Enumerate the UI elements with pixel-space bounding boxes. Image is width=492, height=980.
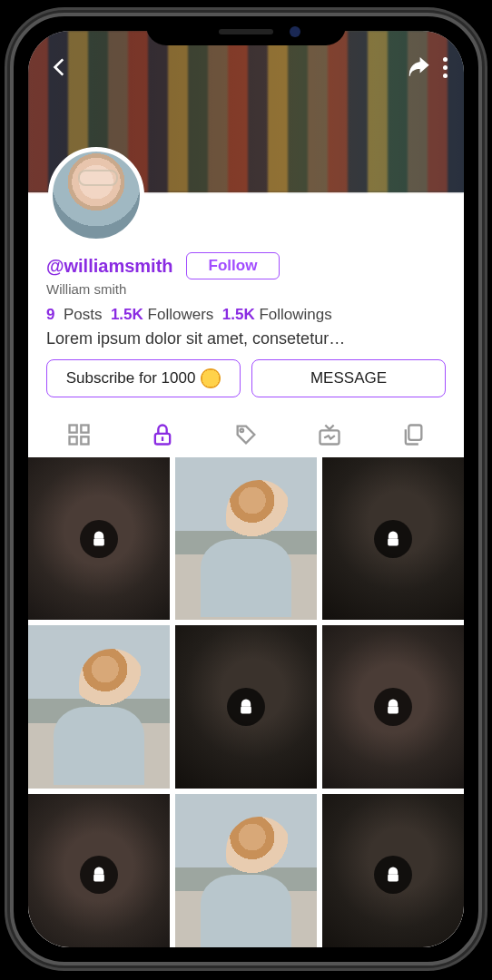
grid-locked-item[interactable] xyxy=(322,625,464,788)
subscribe-label: Subscribe for 1000 xyxy=(66,369,196,387)
followers-count: 1.5K xyxy=(111,306,143,323)
svg-rect-9 xyxy=(93,538,104,545)
phone-frame: @williamsmith Follow William smith 9 Pos… xyxy=(10,13,482,965)
profile-avatar[interactable] xyxy=(48,147,144,243)
copy-icon xyxy=(400,422,426,447)
svg-point-6 xyxy=(241,429,244,433)
svg-rect-13 xyxy=(93,875,104,882)
svg-rect-2 xyxy=(70,436,77,444)
phone-notch xyxy=(146,16,346,45)
more-vertical-icon xyxy=(443,57,448,62)
profile-handle: @williamsmith xyxy=(46,256,173,277)
app-screen: @williamsmith Follow William smith 9 Pos… xyxy=(28,31,464,947)
grid-locked-item[interactable] xyxy=(28,457,170,620)
profile-bio: Lorem ipsum dolor sit amet, consetetur… xyxy=(46,329,446,348)
share-button[interactable] xyxy=(403,52,434,83)
tv-icon xyxy=(317,422,342,447)
content-grid xyxy=(28,457,464,947)
lock-badge-icon xyxy=(227,688,265,726)
svg-rect-10 xyxy=(388,538,399,545)
tab-locked[interactable] xyxy=(149,421,176,448)
lock-badge-icon xyxy=(80,856,118,894)
grid-locked-item[interactable] xyxy=(322,794,464,947)
svg-rect-11 xyxy=(241,706,251,713)
top-bar xyxy=(28,47,464,87)
tab-grid[interactable] xyxy=(65,421,93,448)
svg-rect-12 xyxy=(388,706,399,713)
tab-multi[interactable] xyxy=(399,421,427,448)
grid-icon xyxy=(66,422,92,447)
grid-photo[interactable] xyxy=(175,457,317,620)
posts-label: Posts xyxy=(64,306,103,323)
svg-rect-14 xyxy=(388,875,399,882)
back-button[interactable] xyxy=(44,52,75,83)
grid-photo[interactable] xyxy=(28,625,170,788)
follow-button[interactable]: Follow xyxy=(186,252,280,279)
lock-badge-icon xyxy=(374,856,412,894)
tab-tv[interactable] xyxy=(316,421,343,448)
subscribe-button[interactable]: Subscribe for 1000 xyxy=(46,359,241,397)
grid-photo[interactable] xyxy=(175,794,317,947)
content-tabs xyxy=(28,408,464,457)
svg-rect-3 xyxy=(81,436,88,444)
lock-badge-icon xyxy=(374,520,412,558)
lock-badge-icon xyxy=(374,688,412,726)
grid-locked-item[interactable] xyxy=(28,794,170,947)
followings-count: 1.5K xyxy=(222,306,255,323)
posts-count: 9 xyxy=(46,306,54,323)
grid-locked-item[interactable] xyxy=(175,625,317,788)
profile-stats: 9 Posts 1.5K Followers 1.5K Followings xyxy=(46,306,446,324)
tab-tag[interactable] xyxy=(232,421,260,448)
followings-label: Followings xyxy=(259,306,331,323)
more-menu-button[interactable] xyxy=(443,57,448,78)
followers-label: Followers xyxy=(148,306,214,323)
svg-rect-1 xyxy=(81,426,88,433)
svg-rect-8 xyxy=(408,426,421,440)
share-icon xyxy=(407,55,430,79)
tag-icon xyxy=(233,422,259,447)
profile-display-name: William smith xyxy=(46,281,446,297)
lock-badge-icon xyxy=(80,520,118,558)
message-button[interactable]: MESSAGE xyxy=(251,359,446,397)
svg-rect-0 xyxy=(70,426,77,433)
coin-icon xyxy=(201,368,221,388)
lock-icon xyxy=(150,422,175,447)
grid-locked-item[interactable] xyxy=(322,457,464,620)
message-label: MESSAGE xyxy=(310,369,387,387)
chevron-left-icon xyxy=(48,55,72,79)
